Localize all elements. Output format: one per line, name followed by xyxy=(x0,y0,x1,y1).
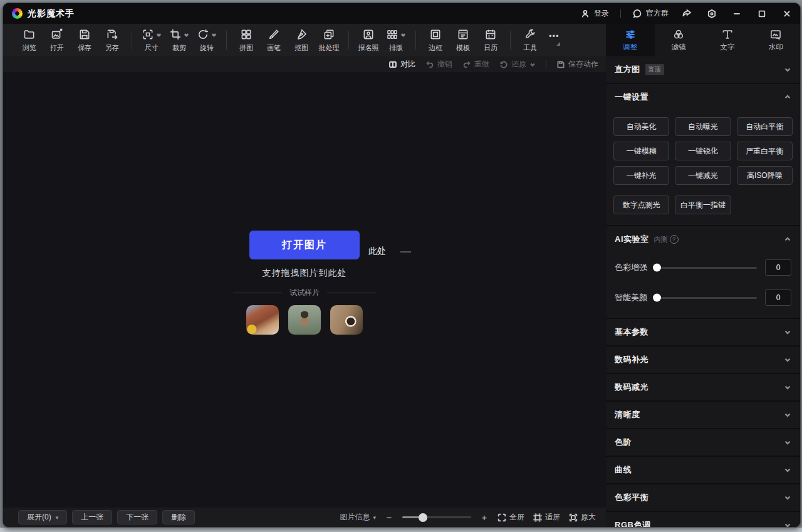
chevron-down-icon[interactable] xyxy=(784,521,791,527)
tool-border[interactable]: 边框 xyxy=(422,28,449,53)
chevron-down-icon[interactable] xyxy=(784,356,791,363)
zoom-in-button[interactable]: + xyxy=(480,512,489,523)
image-info-dropdown[interactable]: 图片信息 ▾ xyxy=(340,512,376,523)
maximize-button[interactable] xyxy=(755,7,769,21)
chevron-down-icon[interactable] xyxy=(784,494,791,501)
chevron-down-icon[interactable] xyxy=(156,32,162,38)
tool-browse[interactable]: 浏览 xyxy=(16,28,43,53)
delete-image-button[interactable]: 删除 xyxy=(162,510,195,524)
minimize-button[interactable] xyxy=(730,7,744,21)
undo-button[interactable]: 撤销 xyxy=(425,59,452,70)
tool-layout[interactable]: 排版 xyxy=(382,28,410,53)
histogram-header[interactable]: 直方图 置顶 xyxy=(606,56,800,83)
tool-save-as[interactable]: 另存 xyxy=(98,28,126,53)
actual-size-button[interactable]: 原大 xyxy=(569,512,596,523)
help-icon[interactable]: ? xyxy=(670,235,679,244)
tool-collage[interactable]: 拼图 xyxy=(232,28,260,53)
sample-image-portrait[interactable] xyxy=(288,305,321,335)
chevron-down-icon[interactable] xyxy=(784,439,791,446)
chevron-down-icon[interactable] xyxy=(184,32,189,38)
clarity-header[interactable]: 清晰度 xyxy=(606,402,800,428)
one-click-header[interactable]: 一键设置 xyxy=(606,84,800,110)
tool-resize[interactable]: 尺寸 xyxy=(138,28,165,53)
chevron-up-icon[interactable] xyxy=(784,93,791,101)
image-canvas[interactable]: 打开图片 此处 支持拖拽图片到此处 试试样片 xyxy=(3,72,606,508)
chevron-down-icon[interactable] xyxy=(784,411,791,419)
slider-thumb[interactable] xyxy=(653,294,661,302)
basic-params-header[interactable]: 基本参数 xyxy=(606,319,800,345)
chevron-down-icon[interactable] xyxy=(784,66,791,73)
tool-cutout[interactable]: 抠图 xyxy=(288,28,315,53)
digital-fill-light-header[interactable]: 数码补光 xyxy=(606,347,800,373)
auto-beautify-button[interactable]: 自动美化 xyxy=(613,117,669,136)
one-click-sharpen-button[interactable]: 一键锐化 xyxy=(675,142,731,160)
chevron-down-icon[interactable] xyxy=(529,61,536,68)
chevron-up-icon[interactable] xyxy=(784,236,791,243)
auto-exposure-button[interactable]: 自动曝光 xyxy=(675,117,731,136)
tab-adjust[interactable]: 调整 xyxy=(606,24,655,56)
tool-batch[interactable]: 批处理 xyxy=(315,28,343,53)
auto-white-balance-button[interactable]: 自动白平衡 xyxy=(737,117,793,136)
tool-brush[interactable]: 画笔 xyxy=(260,28,288,53)
zoom-out-button[interactable]: − xyxy=(385,512,393,523)
prev-image-button[interactable]: 上一张 xyxy=(72,510,112,524)
smart-beauty-value[interactable]: 0 xyxy=(765,289,791,306)
color-enhance-slider[interactable] xyxy=(655,267,757,269)
color-balance-header[interactable]: 色彩平衡 xyxy=(606,484,800,511)
one-click-fill-light-button[interactable]: 一键补光 xyxy=(613,166,669,185)
severe-white-balance-button[interactable]: 严重白平衡 xyxy=(737,142,793,160)
redo-button[interactable]: 重做 xyxy=(462,59,489,70)
rgb-tone-header[interactable]: RGB色调 xyxy=(606,512,800,527)
smart-beauty-slider[interactable] xyxy=(655,297,757,299)
restore-button[interactable]: 还原 xyxy=(499,59,536,70)
ai-lab-header[interactable]: AI实验室 内测 ? xyxy=(606,226,800,253)
chevron-down-icon[interactable] xyxy=(400,32,406,38)
levels-header[interactable]: 色阶 xyxy=(606,429,800,456)
tool-label: 裁剪 xyxy=(172,43,186,53)
zoom-slider-thumb[interactable] xyxy=(419,513,427,522)
fullscreen-button[interactable]: 全屏 xyxy=(497,512,524,523)
sample-image-canyon[interactable] xyxy=(246,305,279,335)
settings-icon[interactable] xyxy=(705,7,719,21)
tool-save[interactable]: 保存 xyxy=(71,28,98,53)
tab-text[interactable]: 文字 xyxy=(703,24,752,56)
color-enhance-value[interactable]: 0 xyxy=(765,259,791,276)
compare-button[interactable]: 对比 xyxy=(388,59,415,70)
tool-template[interactable]: 模板 xyxy=(449,28,477,53)
sample-image-desk[interactable] xyxy=(330,305,363,335)
fit-screen-button[interactable]: 适屏 xyxy=(533,512,560,523)
tool-rotate[interactable]: 旋转 xyxy=(193,28,221,53)
section-color-balance: 色彩平衡 xyxy=(606,484,800,511)
tool-tools[interactable]: 工具 xyxy=(516,28,544,53)
compare-label: 对比 xyxy=(400,59,415,70)
tool-id-photo[interactable]: 报名照 xyxy=(355,28,382,53)
chevron-down-icon[interactable] xyxy=(784,328,791,336)
tab-filters[interactable]: 滤镜 xyxy=(655,24,704,56)
curves-header[interactable]: 曲线 xyxy=(606,457,800,483)
white-balance-one-touch-button[interactable]: 白平衡一指键 xyxy=(675,196,731,214)
login-button[interactable]: 登录 xyxy=(580,8,609,19)
high-iso-denoise-button[interactable]: 高ISO降噪 xyxy=(737,166,793,185)
official-group-button[interactable]: 官方群 xyxy=(632,8,669,19)
pin-badge[interactable]: 置顶 xyxy=(645,64,664,75)
tool-crop[interactable]: 裁剪 xyxy=(165,28,193,53)
slider-thumb[interactable] xyxy=(653,264,661,272)
tool-calendar[interactable]: 日历 xyxy=(477,28,504,53)
tab-watermark[interactable]: 水印 xyxy=(752,24,801,56)
zoom-slider[interactable] xyxy=(402,516,471,518)
close-button[interactable] xyxy=(780,7,794,21)
chevron-down-icon[interactable] xyxy=(784,466,791,474)
chevron-down-icon[interactable] xyxy=(784,383,791,391)
chevron-down-icon[interactable] xyxy=(211,32,217,38)
digital-dim-light-header[interactable]: 数码减光 xyxy=(606,374,800,400)
tool-open[interactable]: 打开 xyxy=(43,28,71,53)
expand-filmstrip-button[interactable]: 展开(0) ▾ xyxy=(18,510,67,524)
one-click-dim-light-button[interactable]: 一键减光 xyxy=(675,166,731,185)
save-action-button[interactable]: 保存动作 xyxy=(556,59,598,70)
one-click-blur-button[interactable]: 一键模糊 xyxy=(613,142,669,160)
toolbar-more-button[interactable]: ••• xyxy=(549,34,560,46)
digital-spot-metering-button[interactable]: 数字点测光 xyxy=(613,196,669,214)
open-image-button[interactable]: 打开图片 xyxy=(249,231,360,259)
share-icon[interactable] xyxy=(680,7,694,21)
next-image-button[interactable]: 下一张 xyxy=(117,510,157,524)
